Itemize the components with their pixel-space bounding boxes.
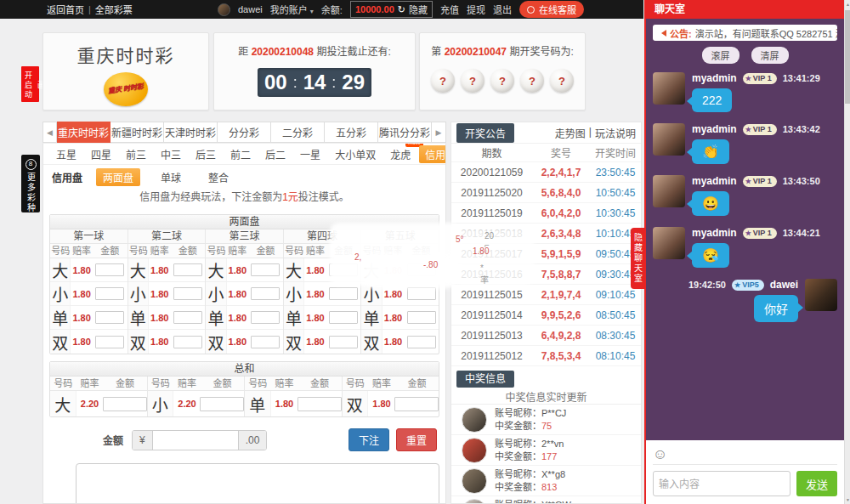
subtab-housan[interactable]: 后三	[190, 145, 222, 163]
deadline-label: 距 20200210048 期投注截止还有:	[214, 43, 415, 58]
winner-row: 账号昵称：X**g8中奖金额：813	[451, 466, 641, 496]
tab-chongqing[interactable]: 重庆时时彩	[57, 122, 110, 143]
board-title: 两面盘	[50, 215, 439, 229]
logout-link[interactable]: 退出	[493, 3, 512, 16]
star-icon: ★	[734, 281, 740, 289]
bet-amount-input[interactable]	[173, 336, 202, 348]
chat-message: myadmin★VIP 113:43:50 😀	[653, 175, 837, 216]
bet-amount-input[interactable]	[251, 287, 280, 300]
winners-info-button[interactable]: 中奖信息	[456, 371, 514, 388]
subtab-houer[interactable]: 后二	[259, 145, 292, 163]
withdraw-link[interactable]: 提现	[467, 3, 485, 16]
tab-erfen[interactable]: 二分彩	[271, 122, 325, 143]
scrollbar-thumb[interactable]	[845, 10, 850, 104]
mode-zhenghe[interactable]: 整合	[201, 168, 235, 186]
bet-amount-input[interactable]	[329, 263, 358, 276]
result-label: 第 20200210047 期开奖号码为:	[420, 43, 585, 58]
bet-row-small: 小1.80	[206, 282, 283, 306]
draw-result-card: 第 20200210047 期开奖号码为: ? ? ? ? ?	[419, 32, 586, 110]
subtab-wuxing[interactable]: 五星	[50, 145, 82, 163]
odds: 1.80	[71, 289, 92, 299]
draw-announcement-button[interactable]: 开奖公告	[456, 123, 514, 143]
bet-amount-input[interactable]	[173, 311, 202, 324]
online-service-button[interactable]: 在线客服	[519, 1, 584, 18]
odds: 1.80	[71, 265, 92, 275]
subtab-daxiaodanshuang[interactable]: 大小单双	[329, 145, 382, 163]
lottery-ball: ?	[461, 69, 484, 93]
bet-amount-input[interactable]	[251, 311, 280, 324]
tab-wufen[interactable]: 五分彩	[325, 122, 378, 143]
message-username: myadmin	[692, 72, 737, 84]
topbar-nav: 返回首页 | 全部彩票	[47, 3, 133, 16]
chat-input[interactable]	[653, 471, 790, 496]
mode-liangmianpan[interactable]: 两面盘	[96, 168, 140, 186]
subtab-qiansan[interactable]: 前三	[120, 145, 152, 163]
emoji-picker-icon[interactable]: ☺	[653, 447, 667, 462]
reset-bet-button[interactable]: 重置	[396, 428, 437, 451]
bet-row-big: 大1.80	[128, 258, 206, 282]
tab-fenfen[interactable]: 分分彩	[218, 122, 271, 143]
clear-screen-button[interactable]: 清屏	[751, 47, 789, 64]
bet-amount-input[interactable]	[394, 397, 439, 411]
recharge-link[interactable]: 充值	[440, 3, 459, 16]
result-row: 201911250152,1,9,7,409:10:45	[451, 285, 641, 305]
subtab-longhu[interactable]: 龙虎new	[384, 145, 416, 163]
subtab-zhongsan[interactable]: 中三	[155, 145, 187, 163]
topbar-user-area: dawei 我的账户 ▾ 余额: 10000.00 ↻ 隐藏 充值 提现 退出 …	[218, 1, 584, 18]
bet-amount-input[interactable]	[95, 336, 124, 348]
tabs-next-arrow-icon[interactable]: ▶	[432, 122, 446, 143]
account-menu[interactable]: 我的账户 ▾	[270, 3, 314, 16]
bet-amount-input[interactable]	[329, 336, 358, 348]
bet-amount-input[interactable]	[298, 397, 342, 411]
bet-amount-input[interactable]	[251, 263, 280, 276]
winner-avatar	[462, 438, 487, 463]
tab-xinjiang[interactable]: 新疆时时彩	[110, 122, 164, 143]
tabs-prev-arrow-icon[interactable]: ◀	[42, 122, 57, 143]
bet-amount-input[interactable]	[95, 311, 124, 324]
ball-icon: 8	[26, 159, 37, 170]
scroll-up-icon[interactable]: ▲	[845, 2, 850, 7]
bet-amount-input[interactable]	[407, 263, 436, 276]
animation-toggle-button[interactable]: 开启动画	[21, 66, 39, 102]
subtab-sixing[interactable]: 四星	[85, 145, 117, 163]
subtab-yixing[interactable]: 一星	[294, 145, 326, 163]
result-issue: 20200210047	[445, 46, 507, 58]
bet-amount-input[interactable]	[103, 397, 147, 411]
odds: 1.80	[304, 337, 326, 347]
bet-amount-input[interactable]	[407, 287, 436, 300]
subtab-qianer[interactable]: 前二	[224, 145, 257, 163]
mode-danqiu[interactable]: 单球	[154, 168, 188, 186]
bet-amount-input[interactable]	[95, 287, 124, 300]
tab-tencent[interactable]: 腾讯分分彩	[378, 122, 432, 143]
play-rules-link[interactable]: 玩法说明	[595, 126, 636, 140]
countdown-minutes: 14	[303, 71, 326, 94]
subtab-xinyongpan[interactable]: 信用盘new	[419, 145, 446, 163]
hide-balance-button[interactable]: 隐藏	[409, 3, 428, 16]
tab-tianjin[interactable]: 天津时时彩	[164, 122, 218, 143]
refresh-icon[interactable]: ↻	[398, 4, 405, 15]
result-row: 201911250136,4,9,2,808:30:45	[451, 326, 641, 346]
hide-chat-button[interactable]: 隐藏聊天室	[631, 228, 644, 289]
bet-amount-input[interactable]	[329, 311, 358, 324]
send-button[interactable]: 发送	[796, 471, 837, 496]
total-amount-input[interactable]	[153, 431, 238, 450]
bet-amount-input[interactable]	[200, 397, 244, 411]
vip-badge: ★VIP 1	[743, 73, 777, 84]
result-row: 201911250182,6,3,4,810:10:45	[451, 224, 641, 244]
bet-amount-input[interactable]	[407, 336, 436, 348]
more-lottery-button[interactable]: 8 更多彩种	[21, 155, 40, 212]
bet-amount-input[interactable]	[251, 336, 280, 348]
bet-amount-input[interactable]	[173, 263, 202, 276]
bet-amount-input[interactable]	[173, 287, 202, 300]
countdown-seconds: 29	[342, 71, 365, 94]
submit-bet-button[interactable]: 下注	[348, 428, 389, 451]
bet-row-odd: 单1.80	[128, 306, 206, 330]
all-lottery-link[interactable]: 全部彩票	[95, 3, 133, 16]
bet-amount-input[interactable]	[95, 263, 124, 276]
scroll-screen-button[interactable]: 滚屏	[702, 47, 740, 64]
scroll-down-icon[interactable]: ▼	[845, 497, 850, 502]
bet-amount-input[interactable]	[329, 287, 358, 300]
bet-amount-input[interactable]	[407, 311, 436, 324]
home-link[interactable]: 返回首页	[47, 3, 84, 16]
trend-chart-link[interactable]: 走势图	[555, 126, 586, 140]
